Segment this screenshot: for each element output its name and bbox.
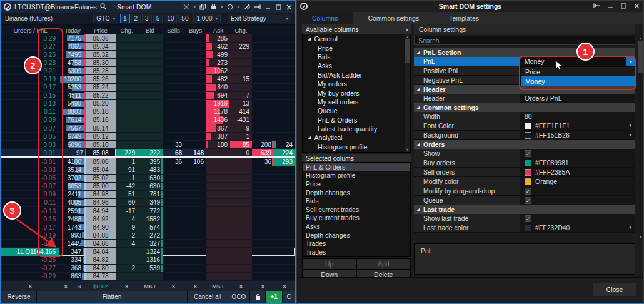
cell-buys[interactable]: [184, 133, 206, 140]
circle-marker-icon[interactable]: [226, 4, 233, 11]
cell-pnl[interactable]: -0.07: [1, 183, 59, 190]
cell-buys[interactable]: [184, 199, 206, 206]
cell-t2[interactable]: [274, 166, 295, 174]
reverse-button[interactable]: Reverse: [1, 291, 36, 303]
cell-bid[interactable]: 327: [138, 240, 163, 247]
cell-today[interactable]: 7175: [59, 34, 86, 42]
cell-t1[interactable]: [252, 116, 274, 124]
oco-button[interactable]: OCO: [228, 291, 249, 303]
cell-today[interactable]: 6096: [59, 141, 86, 148]
cell-chg2[interactable]: [230, 231, 252, 239]
lock-icon[interactable]: [210, 4, 217, 11]
cell-t2[interactable]: [274, 75, 295, 83]
cell-price[interactable]: 84.82: [86, 256, 116, 264]
column-action-cell[interactable]: X: [163, 283, 184, 290]
cell-chg[interactable]: [116, 67, 138, 74]
cell-today[interactable]: 347: [59, 248, 86, 255]
cell-buys[interactable]: [184, 84, 206, 91]
cell-chg2[interactable]: [230, 223, 252, 231]
cell-chg2[interactable]: 9: [230, 124, 252, 132]
cell-price[interactable]: 84.92: [86, 215, 116, 223]
ladder-row-85.36[interactable]: 0.29717585.36285: [1, 34, 295, 43]
cell-ask[interactable]: [206, 240, 230, 247]
cell-t1[interactable]: [252, 59, 274, 66]
cell-price[interactable]: 85.08: [86, 149, 116, 156]
ladder-row-85.06[interactable]: -0.01410085.0613953610636293: [1, 158, 295, 166]
cell-chg2[interactable]: [230, 158, 252, 165]
cell-chg2[interactable]: [230, 265, 252, 272]
dropdown-option-money[interactable]: Money: [521, 76, 635, 86]
cell-bid[interactable]: [138, 67, 163, 74]
tree-item-bids[interactable]: Bids: [303, 53, 410, 61]
cell-pnl[interactable]: 0.05: [1, 133, 59, 140]
ladder-row-84.94[interactable]: -0.13259184.94-17772: [1, 207, 295, 215]
flatten-button[interactable]: Flatten: [37, 291, 187, 303]
cell-chg[interactable]: 91: [116, 166, 138, 174]
cell-price[interactable]: 85.18: [86, 108, 116, 116]
cell-t2[interactable]: [274, 240, 295, 247]
color-swatch[interactable]: [525, 123, 531, 129]
cell-pnl[interactable]: -0.21: [1, 240, 59, 247]
cell-sells[interactable]: [163, 215, 184, 223]
cell-sells[interactable]: [163, 231, 184, 239]
cell-chg2[interactable]: [230, 34, 252, 42]
cell-sells[interactable]: [163, 100, 184, 108]
cancel-all-button[interactable]: Cancel all: [188, 291, 228, 303]
cell-chg[interactable]: 1: [116, 175, 138, 182]
cell-ask[interactable]: [206, 175, 230, 182]
cell-sells[interactable]: [163, 166, 184, 174]
cell-chg2[interactable]: [230, 183, 252, 190]
cell-chg2[interactable]: [230, 59, 252, 66]
cell-today[interactable]: 4005: [59, 199, 86, 206]
settings-section-pnl-section[interactable]: ◢PnL Section: [414, 48, 635, 57]
dropdown-option-price[interactable]: Price: [521, 67, 635, 76]
cell-today[interactable]: 7065: [59, 43, 86, 50]
cell-chg[interactable]: [116, 84, 138, 91]
cell-pnl[interactable]: 1L Q1164.166: [1, 248, 59, 255]
tree-scrollbar[interactable]: ▴▾: [405, 34, 410, 152]
tree-item-my-orders[interactable]: My orders: [303, 79, 410, 88]
tree-item-general[interactable]: ◢General: [303, 34, 410, 43]
tree-expand-icon[interactable]: ◢: [308, 135, 311, 140]
column-action-cell[interactable]: X: [1, 283, 59, 290]
cell-t2[interactable]: [274, 43, 295, 50]
cell-t1[interactable]: [252, 75, 274, 83]
cell-buys[interactable]: [184, 92, 206, 99]
selected-column-bids[interactable]: Bids: [303, 196, 410, 205]
cell-bid[interactable]: 539: [138, 265, 163, 272]
setting-row-show[interactable]: Show✓: [414, 149, 635, 158]
cell-buys[interactable]: [184, 75, 206, 83]
cell-buys[interactable]: [184, 116, 206, 124]
cell-t2[interactable]: [274, 84, 295, 91]
cell-ask[interactable]: [206, 215, 230, 223]
setting-row-modify-color[interactable]: Modify colorOrange: [414, 177, 635, 186]
cell-ask[interactable]: [206, 273, 230, 280]
color-swatch[interactable]: [525, 160, 531, 166]
cell-t1[interactable]: [252, 199, 274, 206]
cell-bid[interactable]: 781: [138, 191, 163, 198]
cell-pnl[interactable]: -0.25: [1, 256, 59, 264]
cell-chg[interactable]: [116, 75, 138, 83]
cell-bid[interactable]: 1324: [138, 248, 163, 255]
setting-value[interactable]: ✓: [520, 186, 635, 195]
cell-today[interactable]: 6653: [59, 183, 86, 190]
cell-sells[interactable]: [163, 248, 184, 255]
cell-pnl[interactable]: 0.19: [1, 75, 59, 83]
cell-chg[interactable]: [116, 124, 138, 132]
cell-buys[interactable]: [184, 141, 206, 148]
cell-sells[interactable]: [163, 34, 184, 42]
cell-today[interactable]: 3514: [59, 166, 86, 174]
ladder-row-85.18[interactable]: 0.11880385.181178414: [1, 108, 295, 116]
cell-sells[interactable]: [163, 51, 184, 58]
cell-t1[interactable]: [252, 273, 274, 280]
collapse-icon[interactable]: ▴: [406, 27, 408, 32]
cell-ask[interactable]: 1919: [206, 100, 230, 108]
cell-chg2[interactable]: 0: [230, 149, 252, 156]
cell-price[interactable]: 85.02: [86, 175, 116, 182]
tree-item-price[interactable]: Price: [303, 43, 410, 52]
cell-t1[interactable]: [252, 175, 274, 182]
cell-chg2[interactable]: 85: [230, 141, 252, 148]
cell-chg2[interactable]: [230, 215, 252, 223]
cell-price[interactable]: 85.34: [86, 43, 116, 50]
cell-chg2[interactable]: [230, 67, 252, 74]
